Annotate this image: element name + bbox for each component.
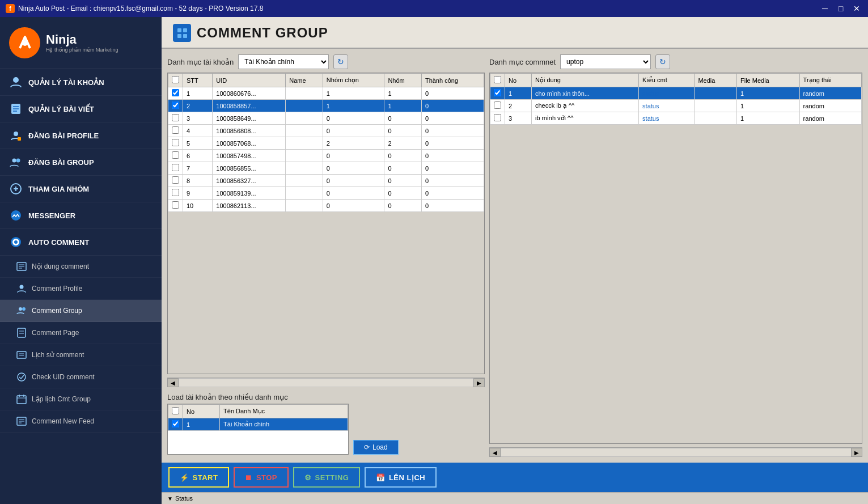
- sidebar-item-dang-bai-group[interactable]: ĐĂNG BÀI GROUP: [0, 149, 162, 176]
- scroll-right-button[interactable]: ▶: [473, 378, 485, 387]
- sidebar-sub-item-comment-page[interactable]: Comment Page: [0, 322, 162, 344]
- setting-button[interactable]: ⚙ SETTING: [293, 467, 360, 488]
- start-label: START: [193, 473, 218, 482]
- sidebar-item-quan-ly-tai-khoan[interactable]: QUẢN LÝ TÀI KHOẢN: [0, 69, 162, 96]
- account-select-all-checkbox[interactable]: [172, 76, 179, 83]
- schedule-label: LÊN LỊCH: [389, 473, 425, 482]
- sidebar-item-auto-comment[interactable]: AUTO COMMENT: [0, 229, 162, 256]
- comment-icon: [9, 235, 23, 249]
- account-table-row[interactable]: 1 1000860676... 1 1 0: [168, 87, 484, 100]
- account-table-row[interactable]: 7 1000856855... 0 0 0: [168, 162, 484, 175]
- account-row-checkbox[interactable]: [172, 139, 179, 146]
- left-refresh-button[interactable]: ↻: [333, 54, 348, 69]
- account-table-wrapper[interactable]: STT UID Name Nhóm chọn Nhóm Thành công: [167, 73, 485, 374]
- svg-point-23: [19, 307, 22, 311]
- account-category-dropdown[interactable]: Tài Khoản chính: [238, 54, 329, 69]
- minimize-button[interactable]: ─: [819, 3, 831, 14]
- account-table-row[interactable]: 10 1000862113... 0 0 0: [168, 200, 484, 212]
- comment-row-checkbox[interactable]: [494, 114, 501, 121]
- account-header-uid: UID: [213, 74, 286, 87]
- sidebar-sub-item-noi-dung-comment[interactable]: Nội dung comment: [0, 256, 162, 278]
- account-table-row[interactable]: 9 1000859139... 0 0 0: [168, 187, 484, 200]
- account-row-checkbox[interactable]: [172, 114, 179, 121]
- profile-small-icon: [16, 283, 27, 294]
- comment-row-checkbox[interactable]: [494, 101, 501, 109]
- account-row-nhom: 0: [384, 162, 422, 175]
- stop-button[interactable]: ⏹ STOP: [234, 467, 289, 488]
- account-row-stt: 3: [183, 112, 213, 125]
- comment-row-checkbox-cell: [490, 112, 505, 125]
- account-row-checkbox[interactable]: [172, 176, 179, 184]
- account-row-checkbox[interactable]: [172, 201, 179, 209]
- comment-table-wrapper[interactable]: No Nội dung Kiểu cmt Media File Media Tr…: [489, 73, 862, 444]
- sidebar-sub-item-comment-group[interactable]: Comment Group: [0, 300, 162, 322]
- comment-table-header-row: No Nội dung Kiểu cmt Media File Media Tr…: [490, 74, 862, 87]
- calendar-small-icon: 📅: [376, 473, 386, 482]
- start-button[interactable]: ⚡ START: [168, 467, 229, 488]
- sidebar-item-dang-bai-profile[interactable]: ĐĂNG BÀI PROFILE: [0, 122, 162, 149]
- svg-point-14: [11, 210, 21, 221]
- account-row-checkbox[interactable]: [172, 126, 179, 134]
- right-scroll-track[interactable]: [501, 448, 851, 457]
- sidebar-item-messenger[interactable]: MESSENGER: [0, 202, 162, 229]
- account-row-checkbox-cell: [168, 150, 183, 162]
- account-row-name: [286, 112, 323, 125]
- account-table-row[interactable]: 8 1000856327... 0 0 0: [168, 175, 484, 187]
- account-row-checkbox[interactable]: [172, 164, 179, 171]
- sidebar-item-quan-ly-bai-viet[interactable]: QUẢN LÝ BÀI VIẾT: [0, 96, 162, 122]
- history-icon: [16, 349, 27, 361]
- comment-row-checkbox[interactable]: [494, 89, 501, 96]
- sidebar-sub-item-comment-profile[interactable]: Comment Profile: [0, 278, 162, 300]
- start-icon: ⚡: [180, 473, 189, 482]
- sidebar-sub-item-lap-lich-cmt-group[interactable]: Lập lịch Cmt Group: [0, 388, 162, 410]
- maximize-button[interactable]: □: [835, 3, 846, 14]
- account-row-checkbox[interactable]: [172, 151, 179, 159]
- svg-rect-32: [17, 396, 26, 404]
- account-table-header-row: STT UID Name Nhóm chọn Nhóm Thành công: [168, 74, 484, 87]
- account-row-stt: 7: [183, 162, 213, 175]
- account-table-row[interactable]: 4 1000856808... 0 0 0: [168, 125, 484, 137]
- left-panel-header: Danh mục tài khoản Tài Khoản chính ↻: [167, 54, 485, 69]
- account-table-row[interactable]: 5 1000857068... 2 2 0: [168, 137, 484, 150]
- load-table-row[interactable]: 1 Tài Khoản chính: [168, 418, 348, 431]
- account-row-uid: 1000862113...: [213, 200, 286, 212]
- scroll-left-button[interactable]: ◀: [167, 378, 179, 387]
- account-row-checkbox[interactable]: [172, 189, 179, 196]
- account-row-checkbox[interactable]: [172, 101, 179, 109]
- comment-table-row[interactable]: 3 ib mình với ^^ status 1 random: [490, 112, 862, 125]
- sidebar-sub-item-check-uid-comment[interactable]: Check UID comment: [0, 366, 162, 388]
- account-table-row[interactable]: 6 1000857498... 0 0 0: [168, 150, 484, 162]
- logo-text-block: Ninja Hệ thống phần mềm Marketing: [46, 33, 118, 52]
- comment-row-trang-thai: random: [799, 87, 861, 100]
- right-refresh-button[interactable]: ↻: [655, 54, 670, 69]
- comment-row-noi-dung: checck ib ạ ^^: [531, 100, 638, 112]
- comment-category-dropdown[interactable]: uptop: [560, 54, 651, 69]
- sidebar-sub-item-lich-su-comment[interactable]: Lịch sử comment: [0, 344, 162, 366]
- sidebar-sub-item-label: Nội dung comment: [32, 262, 89, 270]
- account-row-checkbox-cell: [168, 162, 183, 175]
- account-table-row[interactable]: 3 1000858649... 0 0 0: [168, 112, 484, 125]
- sidebar-sub-item-label: Comment Group: [32, 307, 82, 315]
- account-row-checkbox[interactable]: [172, 89, 179, 96]
- sidebar-item-label: QUẢN LÝ TÀI KHOẢN: [28, 78, 104, 87]
- account-table-row[interactable]: 2 1000858857... 1 1 0: [168, 100, 484, 112]
- comment-header-checkbox-cell: [490, 74, 505, 87]
- scroll-track[interactable]: [179, 378, 473, 387]
- account-row-stt: 8: [183, 175, 213, 187]
- comment-table-row[interactable]: 2 checck ib ạ ^^ status 1 random: [490, 100, 862, 112]
- right-scroll-right-button[interactable]: ▶: [851, 448, 862, 457]
- content-header: COMMENT GROUP: [162, 17, 868, 49]
- load-table-wrapper[interactable]: No Tên Danh Mục 1 Tài Khoản chính: [167, 404, 349, 455]
- right-scroll-left-button[interactable]: ◀: [489, 448, 501, 457]
- svg-point-7: [14, 132, 18, 136]
- load-select-all-checkbox[interactable]: [172, 407, 179, 414]
- close-button[interactable]: ✕: [851, 3, 862, 14]
- load-button[interactable]: ⟳ Load: [353, 440, 399, 455]
- status-arrow[interactable]: ▼: [167, 495, 173, 502]
- sidebar-sub-item-comment-new-feed[interactable]: Comment New Feed: [0, 410, 162, 433]
- schedule-button[interactable]: 📅 LÊN LỊCH: [365, 467, 437, 488]
- sidebar-item-tham-gia-nhom[interactable]: THAM GIA NHÓM: [0, 176, 162, 202]
- comment-table-row[interactable]: 1 cho mình xin thôn... status 1 random: [490, 87, 862, 100]
- comment-select-all-checkbox[interactable]: [494, 76, 501, 83]
- load-row-checkbox[interactable]: [172, 420, 179, 427]
